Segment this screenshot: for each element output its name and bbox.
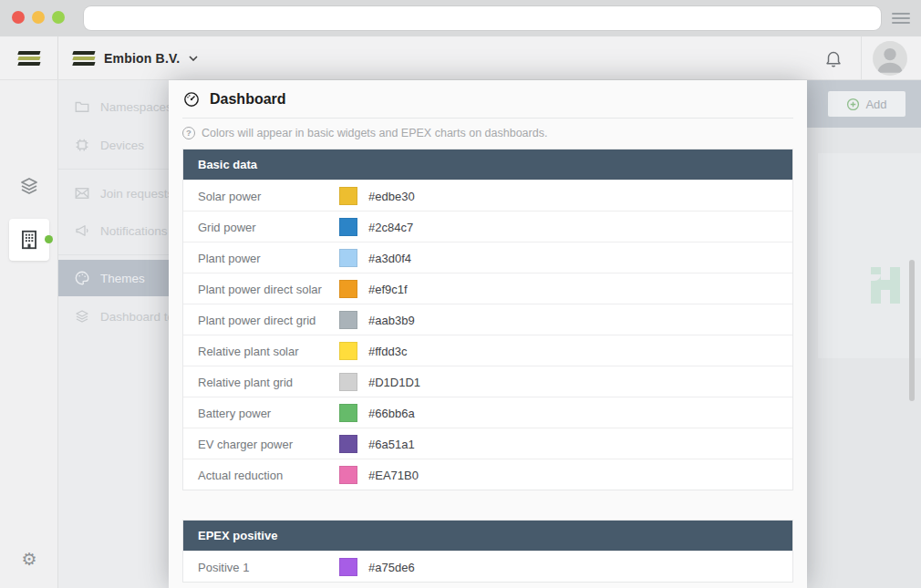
sidebar-item-devices[interactable]: Devices <box>58 127 169 163</box>
basic-data-table: Basic data Solar power #edbe30 Grid powe… <box>182 149 793 490</box>
user-avatar[interactable] <box>873 41 907 76</box>
embion-logo-icon <box>18 50 40 66</box>
sidebar-divider <box>58 254 169 255</box>
icon-rail: ⚙ <box>0 80 58 588</box>
color-swatch[interactable] <box>339 435 357 453</box>
table-row[interactable]: Relative plant solar #ffdd3c <box>183 335 792 366</box>
row-hex: #edbe30 <box>368 189 415 202</box>
sidebar-item-label: Notifications <box>100 224 168 238</box>
row-hex: #D1D1D1 <box>368 375 420 388</box>
row-hex: #ffdd3c <box>368 344 407 357</box>
table-row[interactable]: Plant power #a3d0f4 <box>183 242 792 273</box>
chevron-down-icon <box>189 56 198 61</box>
table-row[interactable]: EV charger power #6a51a1 <box>183 428 792 459</box>
url-bar[interactable] <box>84 6 881 30</box>
color-swatch[interactable] <box>339 311 357 329</box>
row-label: Plant power direct grid <box>198 313 316 326</box>
scrollbar-thumb[interactable] <box>909 260 915 401</box>
color-swatch[interactable] <box>339 187 357 205</box>
table-section-header: EPEX positive <box>183 521 792 551</box>
background-card <box>818 153 921 358</box>
envelope-icon <box>74 185 90 201</box>
color-swatch[interactable] <box>339 466 357 484</box>
sidebar-item-join-requests[interactable]: Join requests <box>58 175 169 211</box>
row-hex: #a3d0f4 <box>368 251 411 264</box>
sidebar-item-notifications[interactable]: Notifications <box>58 212 169 249</box>
embion-logo-icon <box>73 50 95 66</box>
h-logo <box>871 267 900 304</box>
table-row[interactable]: Relative plant grid #D1D1D1 <box>183 366 792 397</box>
window-minimize-button[interactable] <box>32 11 45 24</box>
palette-icon <box>74 270 90 286</box>
table-row[interactable]: Plant power direct solar #ef9c1f <box>183 273 792 304</box>
color-swatch[interactable] <box>339 218 357 236</box>
dialog-header: Dashboard <box>182 80 793 119</box>
org-name: Embion B.V. <box>104 51 180 66</box>
app-topbar: Embion B.V. <box>0 36 921 80</box>
table-section-header: Basic data <box>183 150 792 180</box>
chip-icon <box>74 137 90 153</box>
organization-building-icon[interactable] <box>9 219 49 261</box>
row-hex: #aab3b9 <box>368 313 415 326</box>
sidebar-item-label: Join requests <box>100 187 169 201</box>
row-label: Positive 1 <box>198 560 249 573</box>
help-icon: ? <box>182 127 195 139</box>
window-close-button[interactable] <box>12 11 25 24</box>
epex-positive-table: EPEX positive Positive 1 #a75de6 <box>182 520 793 583</box>
row-label: Actual reduction <box>198 468 283 481</box>
row-hex: #ef9c1f <box>368 282 408 295</box>
theme-dialog: Dashboard ? Colors will appear in basic … <box>169 80 807 588</box>
sidebar-item-namespaces[interactable]: Namespaces <box>58 88 169 125</box>
row-label: EV charger power <box>198 437 293 450</box>
sidebar-item-dashboard-templates[interactable]: Dashboard te <box>58 298 169 335</box>
rail-logo-cell <box>0 36 58 79</box>
background-toolbar: Add <box>807 80 921 128</box>
dashboard-gauge-icon <box>182 90 201 108</box>
settings-gear-icon[interactable]: ⚙ <box>0 551 58 568</box>
table-row[interactable]: Battery power #66bb6a <box>183 397 792 428</box>
row-hex: #2c84c7 <box>368 220 413 233</box>
background-page: Add <box>807 80 921 588</box>
table-row[interactable]: Grid power #2c84c7 <box>183 211 792 242</box>
sidebar-divider <box>58 169 169 170</box>
sidebar: Namespaces Devices Join requests Notific… <box>58 80 169 588</box>
row-hex: #6a51a1 <box>368 437 415 450</box>
megaphone-icon <box>74 222 90 239</box>
row-label: Battery power <box>198 406 271 419</box>
row-label: Solar power <box>198 189 261 202</box>
color-swatch[interactable] <box>339 373 357 391</box>
color-swatch[interactable] <box>339 249 357 267</box>
color-swatch[interactable] <box>339 342 357 360</box>
sidebar-item-label: Devices <box>100 139 144 152</box>
row-label: Relative plant grid <box>198 375 293 388</box>
row-label: Grid power <box>198 220 256 233</box>
dialog-title: Dashboard <box>210 91 286 108</box>
namespaces-layers-icon[interactable] <box>0 175 58 201</box>
app-window: Embion B.V. <box>0 0 921 588</box>
topbar-divider <box>861 36 862 79</box>
org-selector[interactable]: Embion B.V. <box>73 36 198 79</box>
notifications-bell-icon[interactable] <box>823 48 843 68</box>
table-row[interactable]: Positive 1 #a75de6 <box>183 551 792 582</box>
row-hex: #a75de6 <box>368 560 415 573</box>
add-button[interactable]: Add <box>828 91 905 117</box>
color-swatch[interactable] <box>339 280 357 298</box>
table-row[interactable]: Actual reduction #EA71B0 <box>183 459 792 490</box>
table-row[interactable]: Plant power direct grid #aab3b9 <box>183 304 792 335</box>
color-swatch[interactable] <box>339 404 357 422</box>
browser-menu-icon[interactable] <box>892 13 910 24</box>
dialog-subtitle-row: ? Colors will appear in basic widgets an… <box>182 125 547 141</box>
plus-circle-icon <box>846 98 860 111</box>
table-row[interactable]: Solar power #edbe30 <box>183 180 792 211</box>
browser-chrome <box>0 0 921 36</box>
folder-icon <box>74 98 90 115</box>
sidebar-item-label: Themes <box>100 272 145 285</box>
sidebar-item-themes[interactable]: Themes <box>58 260 169 296</box>
color-swatch[interactable] <box>339 558 357 576</box>
row-hex: #EA71B0 <box>368 468 419 481</box>
sidebar-item-label: Dashboard te <box>100 310 169 324</box>
row-label: Plant power direct solar <box>198 282 322 295</box>
window-zoom-button[interactable] <box>52 11 65 24</box>
row-hex: #66bb6a <box>368 406 415 419</box>
dialog-subtitle: Colors will appear in basic widgets and … <box>202 127 547 139</box>
